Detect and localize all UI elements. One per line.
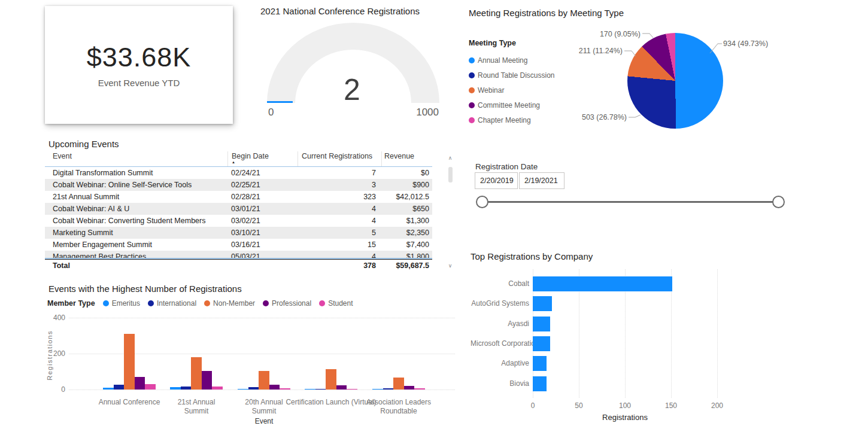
bar[interactable]: [280, 388, 290, 390]
bar[interactable]: [533, 336, 550, 351]
bar[interactable]: [145, 384, 156, 390]
category-label: Ayasdi: [471, 320, 529, 328]
x-axis-category-label: Association Leaders Roundtable: [350, 398, 448, 416]
table-row[interactable]: Marketing Summit03/10/215$2,350: [45, 227, 432, 239]
table-cell: $900: [381, 179, 432, 191]
table-cell: 03/16/21: [227, 239, 298, 251]
bar[interactable]: [533, 317, 550, 331]
table-cell: $1,800: [381, 251, 432, 258]
gauge-min-label: 0: [268, 106, 274, 118]
table-cell: 5: [298, 227, 381, 239]
scroll-down-icon[interactable]: ∨: [445, 263, 455, 269]
table-row[interactable]: Cobalt Webinar: Online Self-Service Tool…: [45, 179, 432, 191]
category-label: AutoGrid Systems: [471, 299, 529, 308]
table-cell: 02/24/21: [227, 167, 298, 179]
company-bar-visual: Top Registrations by Company 05010015020…: [471, 247, 868, 426]
table-scrollbar[interactable]: ∧ ∨: [445, 151, 455, 271]
gridline: [717, 269, 718, 398]
bar[interactable]: [269, 385, 280, 390]
table-cell: 02/28/21: [227, 191, 298, 203]
start-date-input[interactable]: [475, 172, 518, 189]
table-row-clipped[interactable]: Management Best Practices05/03/214$1,800: [45, 251, 432, 259]
table-cell: $42,012.5: [381, 191, 432, 203]
pie-callout-annual: 934 (49.73%): [723, 39, 768, 48]
dashboard-canvas: $33.68K Event Revenue YTD 2021 National …: [0, 0, 868, 426]
x-axis-tick-label: 200: [711, 401, 723, 410]
bar[interactable]: [326, 369, 336, 390]
pie-visual: Meeting Registrations by Meeting Type Me…: [467, 3, 802, 138]
bar[interactable]: [259, 371, 269, 390]
bar[interactable]: [533, 376, 547, 391]
bar[interactable]: [533, 276, 672, 291]
column-header-c3[interactable]: Revenue: [381, 151, 432, 166]
bar[interactable]: [533, 296, 552, 311]
bar[interactable]: [124, 334, 135, 390]
x-axis-tick-label: 150: [665, 401, 677, 410]
bar[interactable]: [305, 389, 315, 390]
table-row[interactable]: Member Engagement Summit03/16/2115$7,400: [45, 239, 432, 251]
table-cell: 4: [298, 215, 381, 227]
bar[interactable]: [533, 356, 547, 371]
bar[interactable]: [170, 387, 181, 390]
bar-group: [305, 280, 357, 390]
y-axis-tick-label: 200: [45, 349, 65, 358]
hbar-title: Top Registrations by Company: [471, 251, 593, 261]
table-row[interactable]: Cobalt Webinar: AI & U03/01/214$650: [45, 203, 432, 215]
bar[interactable]: [404, 386, 415, 390]
kpi-card[interactable]: $33.68K Event Revenue YTD: [45, 6, 233, 124]
table-cell: 4: [298, 203, 381, 215]
bar[interactable]: [248, 387, 259, 390]
bar[interactable]: [135, 377, 145, 390]
slider-track[interactable]: [482, 201, 779, 203]
column-plot: 0200400Annual Conference21st Annual Summ…: [45, 280, 476, 426]
table-cell: Management Best Practices: [45, 251, 227, 258]
bar[interactable]: [372, 389, 383, 390]
end-date-input[interactable]: [519, 172, 564, 189]
table-cell: Member Engagement Summit: [45, 239, 227, 251]
table-row[interactable]: Cobalt Webinar: Converting Student Membe…: [45, 215, 432, 227]
bar[interactable]: [414, 388, 425, 390]
slider-handle-start[interactable]: [476, 196, 488, 208]
bar[interactable]: [336, 385, 347, 390]
bar-group: [372, 280, 425, 390]
pie-callout-lines: [467, 3, 802, 138]
x-axis-category-label: 21st Annual Summit: [168, 398, 225, 416]
column-x-axis-title: Event: [255, 417, 274, 425]
y-axis-tick-label: 400: [45, 314, 65, 322]
gauge-visual[interactable]: 2021 National Conference Registrations 2…: [260, 3, 446, 123]
table-row[interactable]: 21st Annual Summit02/28/21323$42,012.5: [45, 191, 432, 203]
table-cell: 03/01/21: [227, 203, 298, 215]
scrollbar-thumb[interactable]: [448, 167, 453, 182]
total-revenue: $59,687.5: [381, 260, 432, 272]
sort-ascending-icon: ▲: [232, 160, 298, 165]
kpi-label: Event Revenue YTD: [98, 78, 180, 88]
bar[interactable]: [315, 389, 326, 390]
bar[interactable]: [202, 371, 213, 390]
bar[interactable]: [114, 385, 125, 390]
bar[interactable]: [383, 388, 394, 390]
member-column-visual: Events with the Highest Number of Regist…: [45, 280, 476, 426]
bar[interactable]: [181, 387, 192, 390]
table-cell: Cobalt Webinar: Online Self-Service Tool…: [45, 179, 227, 191]
bar[interactable]: [191, 357, 202, 390]
table-total-row: Total 378 $59,687.5: [45, 259, 432, 272]
bar[interactable]: [212, 387, 223, 390]
scroll-up-icon[interactable]: ∧: [445, 155, 455, 161]
date-slicer: Registration Date: [471, 159, 794, 214]
slider-handle-end[interactable]: [772, 196, 785, 208]
column-header-c2[interactable]: Current Registrations: [298, 151, 381, 166]
bar[interactable]: [347, 389, 357, 390]
slicer-title: Registration Date: [475, 162, 538, 171]
bar[interactable]: [393, 378, 404, 390]
table-visual: Upcoming Events EventBegin Date▲Current …: [45, 139, 464, 272]
table-row[interactable]: Digital Transformation Summit02/24/217$0: [45, 167, 432, 179]
table-cell: Marketing Summit: [45, 227, 227, 239]
category-label: Adaptive: [471, 359, 529, 367]
table-cell: $650: [381, 203, 432, 215]
y-axis-tick-label: 0: [45, 385, 65, 394]
bar[interactable]: [103, 388, 114, 390]
bar[interactable]: [238, 389, 248, 390]
pie-callout-roundtable: 503 (26.78%): [549, 113, 627, 121]
column-header-c0[interactable]: Event: [45, 151, 227, 166]
column-header-c1[interactable]: Begin Date▲: [227, 151, 298, 166]
